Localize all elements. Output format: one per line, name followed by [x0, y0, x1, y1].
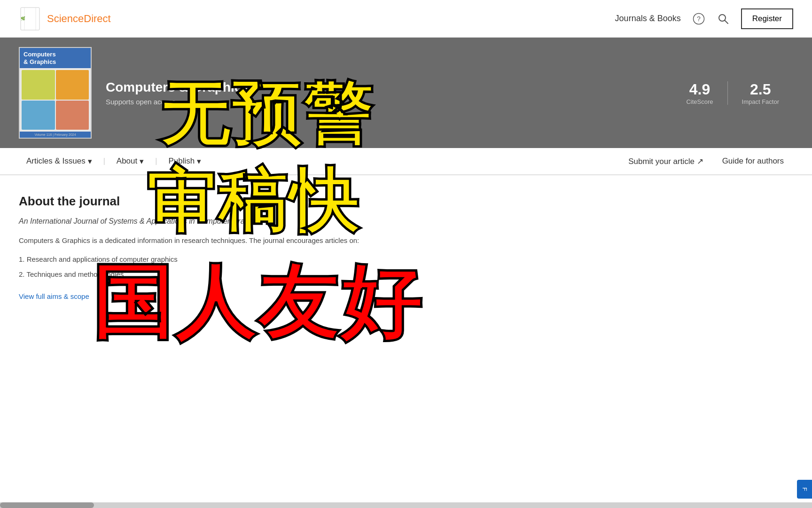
subnav-divider-2: | [155, 157, 157, 165]
journal-tagline: An International Journal of Systems & Ap… [19, 217, 793, 226]
guide-for-authors-button[interactable]: Guide for authors [713, 156, 793, 166]
journal-info: Computers & Graphics Supports open acces… [106, 80, 249, 106]
journal-description: Computers & Graphics is a dedicated info… [19, 235, 793, 246]
svg-line-8 [725, 20, 728, 23]
scrollbar-thumb[interactable] [0, 502, 94, 508]
impact-factor-block: 2.5 Impact Factor [728, 81, 793, 105]
bottom-scrollbar[interactable] [0, 502, 812, 508]
publish-chevron-icon: ▾ [197, 156, 201, 166]
top-navigation: 🌿 ScienceDirect Journals & Books ? Regis… [0, 0, 812, 38]
register-button[interactable]: Register [741, 8, 793, 29]
svg-text:?: ? [697, 15, 701, 23]
subnav-about[interactable]: About ▾ [109, 148, 151, 174]
cover-title: Computers& Graphics [23, 51, 87, 65]
subnav-divider-1: | [103, 157, 105, 165]
floating-button[interactable]: F [797, 480, 812, 499]
publish-label: Publish [168, 156, 195, 166]
about-chevron-icon: ▾ [140, 156, 144, 166]
about-label: About [117, 156, 137, 166]
impact-factor-value: 2.5 [742, 81, 779, 98]
subnav-articles-issues[interactable]: Articles & Issues ▾ [19, 148, 100, 174]
nav-right: Journals & Books ? Register [615, 8, 793, 29]
cover-cell-3 [22, 101, 55, 130]
journal-title: Computers & Graphics [106, 80, 249, 95]
citescore-value: 4.9 [686, 81, 713, 98]
help-icon[interactable]: ? [692, 12, 705, 25]
journal-subtitle: Supports open access [106, 98, 249, 106]
citescore-label: CiteScore [686, 98, 713, 105]
elsevier-logo-icon: 🌿 [19, 6, 41, 32]
cover-cell-1 [22, 70, 55, 99]
journal-list-item-2: 2. Techniques and methodologies [19, 269, 793, 280]
journal-banner: Computers& Graphics Volume 116 | Februar… [0, 38, 812, 148]
journals-books-button[interactable]: Journals & Books [615, 14, 681, 23]
logo-area: 🌿 ScienceDirect [19, 6, 111, 32]
journal-cover-image: Computers& Graphics Volume 116 | Februar… [19, 47, 92, 139]
main-content: About the journal An International Journ… [0, 175, 812, 320]
cover-footer: Volume 116 | February 2024 [20, 132, 91, 138]
view-aims-scope-link[interactable]: View full aims & scope [19, 292, 89, 300]
subnav-publish[interactable]: Publish ▾ [161, 148, 209, 174]
articles-issues-chevron-icon: ▾ [88, 156, 92, 166]
articles-issues-label: Articles & Issues [26, 156, 86, 166]
journal-list-item-1: 1. Research and applications of computer… [19, 254, 793, 265]
journal-metrics: 4.9 CiteScore 2.5 Impact Factor [672, 81, 793, 105]
citescore-block: 4.9 CiteScore [672, 81, 727, 105]
cover-cell-4 [56, 101, 89, 130]
search-icon[interactable] [717, 12, 730, 25]
subnav-right-actions: Submit your article ↗ Guide for authors [619, 156, 793, 166]
sciencedirect-logo: ScienceDirect [47, 13, 111, 25]
about-journal-heading: About the journal [19, 194, 793, 209]
submit-article-button[interactable]: Submit your article ↗ [619, 156, 713, 166]
impact-factor-label: Impact Factor [742, 98, 779, 105]
svg-text:🌿: 🌿 [21, 16, 25, 21]
cover-cell-2 [56, 70, 89, 99]
submit-article-label: Submit your article ↗ [628, 156, 703, 166]
guide-authors-label: Guide for authors [722, 156, 784, 165]
sub-navigation: Articles & Issues ▾ | About ▾ | Publish … [0, 148, 812, 175]
